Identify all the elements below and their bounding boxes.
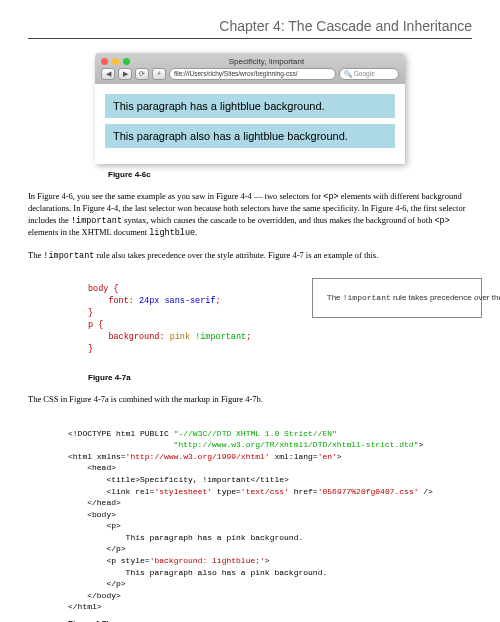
- window-title: Specificity, !important: [134, 57, 399, 66]
- add-button[interactable]: +: [152, 68, 166, 80]
- back-button[interactable]: ◀: [101, 68, 115, 80]
- body-paragraph-1: In Figure 4-6, you see the same example …: [28, 191, 472, 240]
- body-paragraph-3: The CSS in Figure 4-7a is combined with …: [28, 394, 472, 405]
- minimize-icon[interactable]: [112, 58, 119, 65]
- css-code-block: body { font: 24px sans-serif; } p { back…: [88, 272, 472, 367]
- annotation-box: The !important rule takes precedence ove…: [312, 278, 482, 317]
- figure-label-4-7a: Figure 4-7a: [88, 373, 472, 382]
- browser-chrome: Specificity, !important ◀ ▶ ⟳ + file:///…: [95, 53, 405, 84]
- figure-label-4-6c: Figure 4-6c: [108, 170, 472, 179]
- browser-window: Specificity, !important ◀ ▶ ⟳ + file:///…: [95, 53, 405, 164]
- reload-button[interactable]: ⟳: [135, 68, 149, 80]
- close-icon[interactable]: [101, 58, 108, 65]
- forward-button[interactable]: ▶: [118, 68, 132, 80]
- paragraph-1: This paragraph has a lightblue backgroun…: [105, 94, 395, 118]
- body-paragraph-2: The !important rule also takes precedenc…: [28, 250, 472, 262]
- chapter-title: Chapter 4: The Cascade and Inheritance: [28, 18, 472, 39]
- html-code-block: <!DOCTYPE html PUBLIC "-//W3C//DTD XHTML…: [68, 416, 472, 613]
- address-bar[interactable]: file:///Users/richy/Sites/wrox/beginning…: [169, 68, 336, 80]
- search-input[interactable]: 🔍 Google: [339, 68, 399, 80]
- zoom-icon[interactable]: [123, 58, 130, 65]
- paragraph-2: This paragraph also has a lightblue back…: [105, 124, 395, 148]
- browser-viewport: This paragraph has a lightblue backgroun…: [95, 84, 405, 164]
- traffic-lights: Specificity, !important: [101, 57, 399, 66]
